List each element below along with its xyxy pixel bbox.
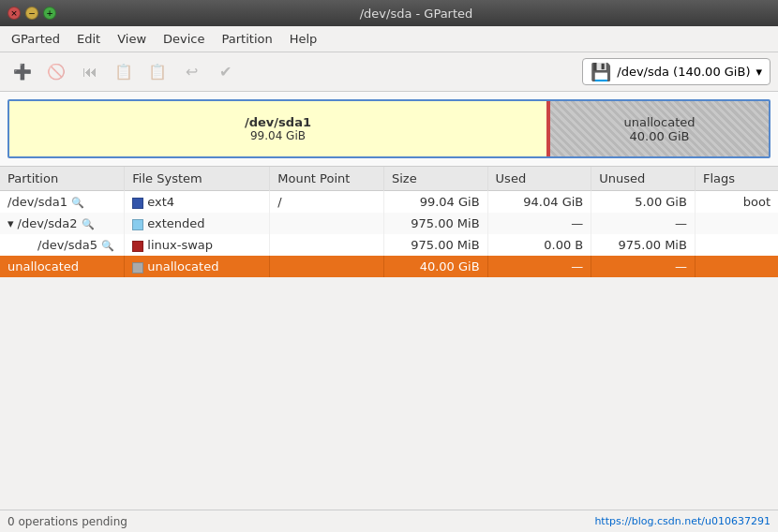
cell-unused: —: [591, 256, 696, 277]
fs-color-icon: [132, 219, 143, 230]
title-bar: × − + /dev/sda - GParted: [0, 0, 778, 26]
fs-label: unallocated: [147, 259, 218, 273]
header-flags: Flags: [695, 167, 778, 191]
cell-used: —: [487, 213, 591, 234]
status-bar: 0 operations pending https://blog.csdn.n…: [0, 510, 778, 532]
maximize-button[interactable]: +: [43, 7, 56, 20]
paste-button[interactable]: 📋: [142, 57, 172, 87]
back-button[interactable]: ⏮: [75, 57, 105, 87]
window-title: /dev/sda - GParted: [62, 7, 771, 21]
minimize-button[interactable]: −: [25, 7, 38, 20]
cell-unused: 975.00 MiB: [591, 234, 696, 256]
device-label: /dev/sda (140.00 GiB): [617, 65, 750, 79]
disk-partition-sda1[interactable]: /dev/sda1 99.04 GiB: [9, 101, 550, 156]
window-buttons: × − +: [7, 7, 56, 20]
disk-visualization: /dev/sda1 99.04 GiB unallocated 40.00 Gi…: [0, 92, 778, 167]
menu-help[interactable]: Help: [282, 29, 325, 49]
operations-status: 0 operations pending: [7, 515, 127, 528]
cell-filesystem: ext4: [125, 191, 270, 214]
cell-flags: boot: [695, 191, 778, 214]
cell-partition: ▾/dev/sda2🔍: [0, 213, 125, 234]
cell-size: 99.04 GiB: [383, 191, 487, 214]
cell-mountpoint: [270, 234, 384, 256]
fs-color-icon: [132, 241, 143, 252]
sda1-size: 99.04 GiB: [250, 129, 306, 142]
cell-size: 975.00 MiB: [383, 213, 487, 234]
cell-mountpoint: /: [270, 191, 384, 214]
cell-mountpoint: [270, 213, 384, 234]
menu-edit[interactable]: Edit: [69, 29, 108, 49]
header-unused: Unused: [591, 167, 696, 191]
disk-unallocated[interactable]: unallocated 40.00 GiB: [550, 101, 769, 156]
header-mountpoint: Mount Point: [270, 167, 384, 191]
copy-button[interactable]: 📋: [109, 57, 139, 87]
cell-filesystem: extended: [125, 213, 270, 234]
status-url: https://blog.csdn.net/u010637291: [594, 515, 771, 527]
fs-label: linux-swap: [147, 238, 213, 252]
cell-flags: [695, 234, 778, 256]
fs-label: ext4: [147, 195, 174, 209]
main-content: Partition File System Mount Point Size U…: [0, 167, 778, 510]
cancel-button[interactable]: 🚫: [41, 57, 71, 87]
header-used: Used: [487, 167, 591, 191]
menu-gparted[interactable]: GParted: [4, 29, 67, 49]
fs-color-icon: [132, 262, 143, 273]
cell-used: —: [487, 256, 591, 277]
cell-filesystem: linux-swap: [125, 234, 270, 256]
cell-used: 94.04 GiB: [487, 191, 591, 214]
header-size: Size: [383, 167, 487, 191]
cell-mountpoint: [270, 256, 384, 277]
menu-view[interactable]: View: [110, 29, 154, 49]
sda1-label: /dev/sda1: [245, 115, 311, 129]
cell-flags: [695, 256, 778, 277]
cell-partition: unallocated: [0, 256, 125, 277]
toolbar: ➕ 🚫 ⏮ 📋 📋 ↩ ✔ 💾 /dev/sda (140.00 GiB) ▾: [0, 52, 778, 92]
device-selector[interactable]: 💾 /dev/sda (140.00 GiB) ▾: [582, 58, 771, 85]
search-icon[interactable]: 🔍: [101, 240, 114, 252]
fs-color-icon: [132, 198, 143, 209]
apply-button[interactable]: ✔: [210, 57, 240, 87]
cell-unused: —: [591, 213, 696, 234]
cell-size: 40.00 GiB: [383, 256, 487, 277]
cell-flags: [695, 213, 778, 234]
fs-label: extended: [147, 216, 204, 230]
table-row[interactable]: /dev/sda1🔍ext4/99.04 GiB94.04 GiB5.00 Gi…: [0, 191, 778, 214]
cell-partition: /dev/sda1🔍: [0, 191, 125, 214]
table-row[interactable]: ▾/dev/sda2🔍extended975.00 MiB——: [0, 213, 778, 234]
header-filesystem: File System: [125, 167, 270, 191]
partition-table: Partition File System Mount Point Size U…: [0, 167, 778, 277]
menu-partition[interactable]: Partition: [215, 29, 280, 49]
unalloc-size: 40.00 GiB: [630, 129, 690, 143]
menu-device[interactable]: Device: [156, 29, 212, 49]
undo-button[interactable]: ↩: [176, 57, 206, 87]
cell-size: 975.00 MiB: [383, 234, 487, 256]
cell-unused: 5.00 GiB: [591, 191, 696, 214]
new-partition-button[interactable]: ➕: [7, 57, 37, 87]
disk-icon: 💾: [591, 62, 611, 81]
cell-partition: /dev/sda5🔍: [0, 234, 125, 256]
dropdown-arrow-icon: ▾: [756, 65, 762, 79]
cell-used: 0.00 B: [487, 234, 591, 256]
cell-filesystem: unallocated: [125, 256, 270, 277]
search-icon[interactable]: 🔍: [71, 197, 84, 209]
close-button[interactable]: ×: [7, 7, 21, 20]
header-partition: Partition: [0, 167, 125, 191]
menu-bar: GParted Edit View Device Partition Help: [0, 26, 778, 52]
search-icon[interactable]: 🔍: [82, 218, 95, 230]
table-row[interactable]: /dev/sda5🔍linux-swap975.00 MiB0.00 B975.…: [0, 234, 778, 256]
unalloc-label: unallocated: [623, 115, 695, 129]
table-row[interactable]: unallocatedunallocated40.00 GiB——: [0, 256, 778, 277]
